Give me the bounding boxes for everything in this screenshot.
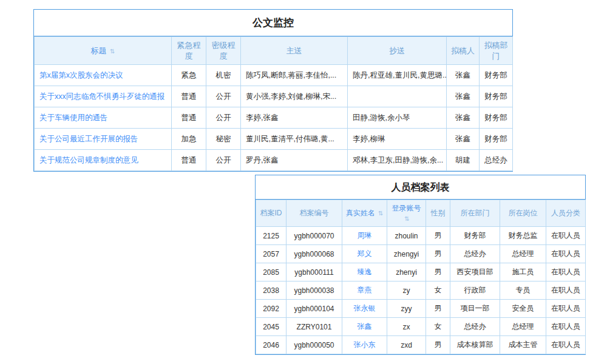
person-name-link[interactable]: 张鑫	[358, 322, 372, 331]
doc-title-link[interactable]: 关于车辆使用的通告	[39, 113, 108, 122]
post-cell: 总经理	[500, 245, 546, 263]
col-archive-id: 档案ID	[256, 200, 287, 227]
cc-cell: 邓林,李卫东,田静,游恢,余...	[348, 150, 447, 171]
archive-code-cell: ygbh000038	[287, 281, 342, 300]
archive-id-cell: 2057	[256, 245, 287, 263]
urgency-cell: 普通	[172, 107, 206, 129]
table-row: 2085 ygbh000111 臻逸 zhenyi 男 西安项目部 施工员 在职…	[256, 263, 586, 281]
personnel-list-panel: 人员档案列表 档案ID 档案编号 真实姓名 ⇅ 登录账号 ⇅ 性别 所在部门 所…	[255, 175, 586, 355]
real-name-cell: 臻逸	[342, 263, 387, 281]
main-send-cell: 罗丹,张鑫	[241, 150, 348, 171]
main-send-cell: 李婷,张鑫	[241, 107, 348, 129]
person-name-link[interactable]: 张小东	[354, 340, 376, 349]
table-row: 2125 ygbh000070 周琳 zhoulin 男 财务部 财务总监 在职…	[256, 227, 586, 245]
secrecy-cell: 秘密	[206, 129, 241, 150]
login-account-cell: zhoulin	[387, 227, 426, 245]
main-send-cell: 黄小强,李婷,刘健,柳琳,宋...	[241, 86, 348, 107]
archive-code-cell: ygbh000104	[287, 300, 342, 318]
urgency-cell: 加急	[172, 129, 206, 150]
department-cell: 财务部	[450, 227, 500, 245]
login-account-cell: zyy	[387, 300, 426, 318]
table-row: 2092 ygbh000104 张永银 zyy 男 项目一部 安全员 在职人员	[256, 300, 586, 318]
gender-cell: 男	[426, 300, 450, 318]
col-department: 所在部门	[450, 200, 500, 227]
col-real-name-label: 真实姓名	[346, 209, 375, 217]
secrecy-cell: 机密	[206, 65, 241, 86]
doc-col-dept: 拟稿部门	[480, 37, 513, 65]
table-row: 关于规范公司规章制度的意见 普通 公开 罗丹,张鑫 邓林,李卫东,田静,游恢,余…	[35, 150, 513, 171]
doc-col-title[interactable]: 标题 ⇅	[35, 37, 172, 65]
person-name-link[interactable]: 张永银	[354, 304, 376, 312]
table-row: 关于xxx同志临危不惧勇斗歹徒的通报 普通 公开 黄小强,李婷,刘健,柳琳,宋.…	[35, 86, 513, 107]
cc-cell: 田静,游恢,余小琴	[348, 107, 447, 129]
col-post: 所在岗位	[500, 200, 546, 227]
doc-title-cell: 关于车辆使用的通告	[35, 107, 172, 129]
department-cell: 成本核算部	[450, 336, 500, 354]
gender-cell: 男	[426, 336, 450, 354]
category-cell: 在职人员	[546, 318, 586, 336]
gender-cell: 男	[426, 227, 450, 245]
doc-title-link[interactable]: 关于规范公司规章制度的意见	[39, 156, 138, 164]
urgency-cell: 普通	[172, 86, 206, 107]
doc-col-cc: 抄送	[348, 37, 447, 65]
cc-cell: 陈丹,程亚雄,董川民,黄思璐...	[348, 65, 447, 86]
urgency-cell: 普通	[172, 150, 206, 171]
login-account-cell: zhengyi	[387, 245, 426, 263]
login-account-cell: zy	[387, 281, 426, 300]
secrecy-cell: 公开	[206, 150, 241, 171]
personnel-header-row: 档案ID 档案编号 真实姓名 ⇅ 登录账号 ⇅ 性别 所在部门 所在岗位 人员分…	[256, 200, 586, 227]
col-login-account-label: 登录账号	[392, 204, 421, 212]
post-cell: 成本主管	[500, 336, 546, 354]
doc-title-link[interactable]: 第x届第x次股东会的决议	[39, 71, 123, 79]
archive-id-cell: 2046	[256, 336, 287, 354]
category-cell: 在职人员	[546, 227, 586, 245]
doc-col-title-label: 标题	[90, 46, 106, 55]
gender-cell: 男	[426, 245, 450, 263]
person-name-link[interactable]: 臻逸	[358, 268, 372, 276]
real-name-cell: 章燕	[342, 281, 387, 300]
real-name-cell: 周琳	[342, 227, 387, 245]
doc-col-main-send: 主送	[241, 37, 348, 65]
doc-title-link[interactable]: 关于xxx同志临危不惧勇斗歹徒的通报	[39, 92, 164, 101]
login-account-cell: zhenyi	[387, 263, 426, 281]
main-send-cell: 董川民,董清平,付伟璐,黄...	[241, 129, 348, 150]
department-cell: 项目一部	[450, 300, 500, 318]
category-cell: 在职人员	[546, 336, 586, 354]
personnel-table: 档案ID 档案编号 真实姓名 ⇅ 登录账号 ⇅ 性别 所在部门 所在岗位 人员分…	[256, 200, 586, 354]
sort-icon[interactable]: ⇅	[378, 210, 383, 217]
personnel-list-title: 人员档案列表	[256, 175, 585, 200]
department-cell: 总经办	[450, 318, 500, 336]
doc-title-link[interactable]: 关于公司最近工作开展的报告	[39, 135, 138, 143]
gender-cell: 女	[426, 281, 450, 300]
post-cell: 安全员	[500, 300, 546, 318]
sort-icon[interactable]: ⇅	[404, 215, 409, 222]
post-cell: 施工员	[500, 263, 546, 281]
doc-title-cell: 关于xxx同志临危不惧勇斗歹徒的通报	[35, 86, 172, 107]
urgency-cell: 紧急	[172, 65, 206, 86]
col-real-name[interactable]: 真实姓名 ⇅	[342, 200, 387, 227]
gender-cell: 女	[426, 318, 450, 336]
col-category: 人员分类	[546, 200, 586, 227]
col-login-account[interactable]: 登录账号 ⇅	[387, 200, 426, 227]
table-row: 2045 ZZRY0101 张鑫 zx 女 总经办 总经理 在职人员	[256, 318, 586, 336]
page-root: { "colors": { "panel_border": "#4f9ce0",…	[0, 0, 607, 364]
real-name-cell: 张小东	[342, 336, 387, 354]
person-name-link[interactable]: 郑义	[358, 249, 372, 258]
person-name-link[interactable]: 周琳	[358, 231, 372, 240]
post-cell: 专员	[500, 281, 546, 300]
secrecy-cell: 公开	[206, 107, 241, 129]
drafter-cell: 张鑫	[447, 107, 480, 129]
doc-title-cell: 关于公司最近工作开展的报告	[35, 129, 172, 150]
archive-code-cell: ZZRY0101	[287, 318, 342, 336]
person-name-link[interactable]: 章燕	[358, 286, 372, 294]
dept-cell: 财务部	[480, 129, 513, 150]
real-name-cell: 张永银	[342, 300, 387, 318]
gender-cell: 男	[426, 263, 450, 281]
col-archive-code: 档案编号	[287, 200, 342, 227]
category-cell: 在职人员	[546, 281, 586, 300]
doc-monitor-table: 标题 ⇅ 紧急程度 密级程度 主送 抄送 拟稿人 拟稿部门 第x届第x次股东会的…	[34, 36, 513, 171]
doc-col-urgency: 紧急程度	[172, 37, 206, 65]
sort-icon[interactable]: ⇅	[110, 48, 115, 55]
archive-code-cell: ygbh000050	[287, 336, 342, 354]
doc-monitor-title: 公文监控	[34, 10, 512, 36]
